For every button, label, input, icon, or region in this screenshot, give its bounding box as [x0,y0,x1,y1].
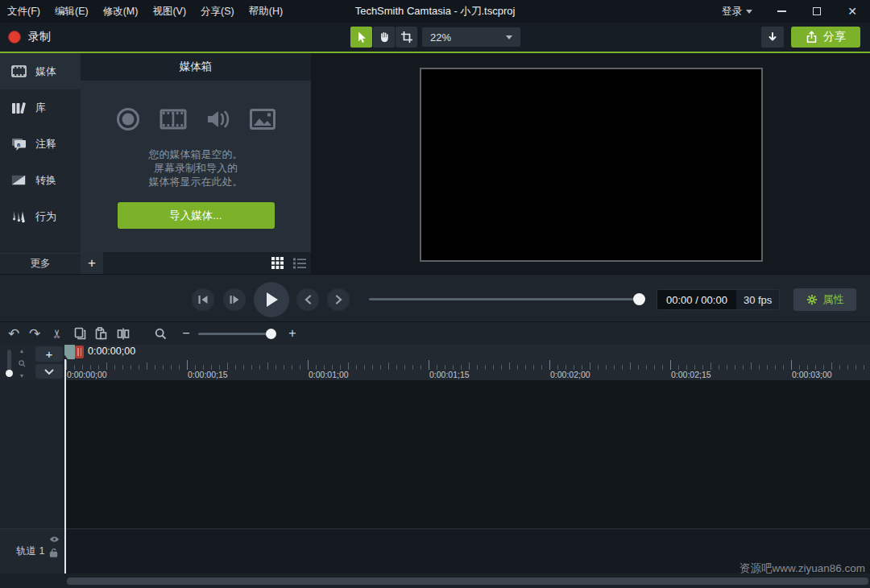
zoom-in-button[interactable]: + [284,325,301,342]
ruler-ticks [66,359,870,370]
video-icon [160,108,187,130]
record-button[interactable]: 录制 [8,23,51,52]
canvas-tools [350,27,417,48]
sign-in-label: 登录 [722,5,742,19]
paste-icon [95,327,107,340]
menu-edit[interactable]: 编辑(E) [48,0,96,23]
crop-tool-button[interactable] [396,27,417,48]
empty-line: 您的媒体箱是空的。 [149,147,243,161]
playhead-out-marker[interactable] [75,346,84,358]
image-icon [250,109,276,130]
previous-button[interactable] [296,288,319,311]
track-height-knob[interactable] [6,370,13,377]
unlock-icon[interactable] [49,548,58,557]
menu-modify[interactable]: 修改(M) [96,0,146,23]
time-display: 00:00 / 00:00 [657,290,736,309]
timeline-ruler[interactable]: 0:00:00;00 0:00:00;00 0:00:00;15 0:00:01… [64,345,870,380]
minimize-button[interactable] [764,0,799,23]
behaviors-icon [10,210,27,223]
chevron-down-icon [746,10,752,14]
ruler-tick [509,362,510,370]
next-button[interactable] [327,288,350,311]
minimize-icon [777,10,786,12]
scissors-icon: ✂ [50,329,64,339]
plus-icon: + [288,326,296,341]
grid-view-button[interactable] [269,255,286,271]
chevron-right-icon [335,295,342,304]
share-button[interactable]: 分享 [791,27,860,48]
import-media-button[interactable]: 导入媒体... [118,202,275,229]
paste-button[interactable] [92,325,110,342]
add-track-button[interactable]: + [35,346,63,362]
add-bin-tab-button[interactable]: + [81,252,103,274]
sidebar-item-annotations[interactable]: a 注释 [0,126,81,162]
sidebar-item-media[interactable]: 媒体 [0,53,81,89]
sidebar: 媒体 库 a [0,53,81,274]
step-forward-icon [229,295,240,304]
split-button[interactable] [114,325,132,342]
crop-icon [400,31,413,43]
frame-rate[interactable]: 30 fps [736,290,779,309]
timeline-tracks: 轨道 1 [0,380,870,574]
track-name: 轨道 1 [0,545,44,558]
menu-help[interactable]: 帮助(H) [242,0,290,23]
properties-button[interactable]: 属性 [793,288,856,311]
ruler-tick [147,362,147,370]
list-view-button[interactable] [291,255,308,271]
timeline-zoom-button[interactable] [151,325,169,342]
ruler-tick [469,362,470,370]
redo-button[interactable]: ↷ [26,325,44,342]
preview-stage[interactable] [420,68,763,262]
chevron-down-icon [44,369,54,375]
copy-button[interactable] [71,325,89,342]
sidebar-item-transitions[interactable]: 转换 [0,162,81,198]
sidebar-item-label: 媒体 [35,64,56,79]
ruler-tick [630,362,631,370]
horizontal-scrollbar[interactable] [67,578,868,585]
track-header[interactable]: 轨道 1 [0,529,64,574]
timeline-header-left: ▲ ▼ + [0,345,64,380]
close-button[interactable]: ✕ [835,0,870,23]
ruler-label: 0:00:01;15 [429,370,470,379]
menu-file[interactable]: 文件(F) [0,0,48,23]
track-options-button[interactable] [35,364,63,379]
playhead-line[interactable] [64,359,66,574]
minus-icon: − [182,326,189,341]
timeline-zoom-slider-knob[interactable] [266,329,276,339]
zoom-out-button[interactable]: − [177,325,195,342]
sidebar-item-label: 转换 [35,173,56,188]
record-label: 录制 [28,30,51,44]
ruler-label: 0:00:02;00 [550,370,590,379]
download-icon [767,31,778,43]
cut-button[interactable]: ✂ [48,325,66,342]
menu-share[interactable]: 分享(S) [193,0,242,23]
sidebar-item-library[interactable]: 库 [0,89,81,126]
pan-tool-button[interactable] [373,27,395,48]
sidebar-item-label: 行为 [35,209,56,224]
magnifier-icon [155,328,167,340]
canvas-zoom-dropdown[interactable]: 22% [422,27,520,47]
sidebar-item-behaviors[interactable]: 行为 [0,198,81,234]
track-height-zoom[interactable]: ▲ ▼ [16,348,27,379]
chevron-down-icon [506,35,512,39]
share-icon [806,31,818,43]
seek-slider-track[interactable] [369,298,644,300]
seek-slider-knob[interactable] [633,293,645,305]
main-region: 媒体 库 a [0,53,870,274]
play-button[interactable] [254,282,289,317]
ruler-label: 0:00:00;00 [67,370,107,379]
step-back-button[interactable] [192,288,214,311]
export-local-button[interactable] [761,27,784,48]
timeline-zoom-slider-track[interactable] [198,333,269,335]
maximize-icon [813,7,821,15]
playhead-flag[interactable] [64,345,75,359]
sidebar-more-button[interactable]: 更多 [0,253,81,274]
sign-in-button[interactable]: 登录 [710,5,764,19]
eye-icon[interactable] [49,536,60,543]
cursor-tool-button[interactable] [350,27,372,48]
maximize-button[interactable] [799,0,835,23]
playhead-time: 0:00:00;00 [88,346,135,357]
undo-button[interactable]: ↶ [5,325,23,342]
step-forward-button[interactable] [223,288,246,311]
menu-view[interactable]: 视图(V) [145,0,193,23]
